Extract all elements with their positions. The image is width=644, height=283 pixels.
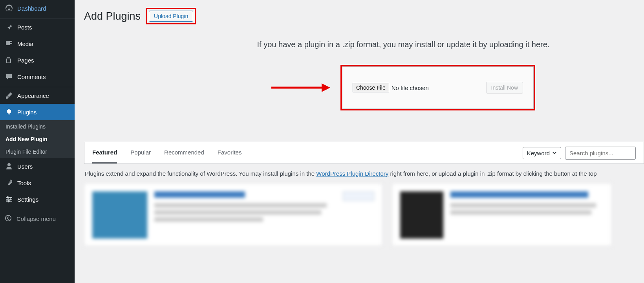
sidebar-label: Media bbox=[17, 40, 33, 47]
pin-icon bbox=[5, 23, 13, 31]
tab-favorites[interactable]: Favorites bbox=[218, 143, 242, 164]
plugin-action-button[interactable] bbox=[343, 191, 374, 201]
choose-file-button[interactable]: Choose File bbox=[353, 83, 389, 92]
plugin-cards-grid bbox=[84, 183, 644, 246]
sidebar-item-posts[interactable]: Posts bbox=[0, 19, 75, 35]
svg-rect-1 bbox=[6, 199, 12, 200]
chevron-down-icon bbox=[552, 151, 557, 155]
plugin-title-placeholder bbox=[154, 191, 245, 198]
page-title: Add Plugins bbox=[84, 10, 141, 22]
upload-panel-row: Choose File No file chosen Install Now bbox=[163, 65, 644, 110]
sidebar-item-appearance[interactable]: Appearance bbox=[0, 87, 75, 104]
svg-marker-8 bbox=[322, 83, 330, 92]
wrench-icon bbox=[5, 178, 13, 187]
svg-rect-4 bbox=[10, 198, 11, 200]
sidebar-item-users[interactable]: Users bbox=[0, 158, 75, 175]
upload-form: Choose File No file chosen Install Now bbox=[342, 66, 534, 109]
filter-tabs-bar: Featured Popular Recommended Favorites K… bbox=[84, 142, 644, 164]
brush-icon bbox=[5, 91, 13, 100]
main-content: Add Plugins Upload Plugin If you have a … bbox=[75, 0, 644, 283]
tab-recommended[interactable]: Recommended bbox=[164, 143, 204, 164]
tab-featured[interactable]: Featured bbox=[92, 143, 117, 164]
page-header: Add Plugins Upload Plugin bbox=[84, 8, 644, 24]
sidebar-label: Pages bbox=[17, 57, 34, 64]
svg-rect-3 bbox=[7, 196, 8, 198]
upload-instructions-text: If you have a plugin in a .zip format, y… bbox=[163, 40, 644, 49]
plugin-thumbnail bbox=[400, 191, 443, 239]
sidebar-item-dashboard[interactable]: Dashboard bbox=[0, 0, 75, 17]
sidebar-item-tools[interactable]: Tools bbox=[0, 175, 75, 191]
sidebar-subitem-installed-plugins[interactable]: Installed Plugins bbox=[0, 120, 75, 133]
sidebar-label: Posts bbox=[17, 24, 32, 31]
sidebar-item-comments[interactable]: Comments bbox=[0, 68, 75, 85]
plugin-card-body bbox=[154, 191, 336, 238]
search-controls: Keyword bbox=[523, 147, 636, 160]
plugin-card-body bbox=[450, 191, 604, 238]
file-input-group: Choose File No file chosen bbox=[353, 83, 429, 92]
sidebar-subitem-plugin-file-editor[interactable]: Plugin File Editor bbox=[0, 145, 75, 158]
svg-rect-5 bbox=[8, 200, 9, 202]
user-icon bbox=[5, 162, 13, 171]
sidebar-item-pages[interactable]: Pages bbox=[0, 52, 75, 68]
plug-icon bbox=[5, 108, 13, 116]
plugin-directory-link[interactable]: WordPress Plugin Directory bbox=[316, 170, 388, 177]
upload-plugin-button[interactable]: Upload Plugin bbox=[149, 11, 193, 22]
sidebar-label: Settings bbox=[17, 196, 38, 203]
media-icon bbox=[5, 39, 13, 48]
plugins-description-text: Plugins extend and expand the functional… bbox=[84, 164, 644, 183]
sidebar-subitem-add-new-plugin[interactable]: Add New Plugin bbox=[0, 133, 75, 145]
plugin-card[interactable] bbox=[392, 183, 612, 246]
admin-sidebar: Dashboard Posts Media Pages Comments App… bbox=[0, 0, 75, 283]
sidebar-label: Users bbox=[17, 163, 33, 170]
annotation-highlight-upload-button: Upload Plugin bbox=[146, 8, 196, 24]
sidebar-label: Tools bbox=[17, 180, 31, 186]
annotation-arrow-icon bbox=[271, 83, 330, 92]
sidebar-label: Plugins bbox=[17, 109, 37, 116]
sliders-icon bbox=[5, 195, 13, 204]
sidebar-item-plugins[interactable]: Plugins bbox=[0, 104, 75, 120]
search-plugins-input[interactable] bbox=[565, 147, 636, 160]
blurb-prefix: Plugins extend and expand the functional… bbox=[85, 170, 316, 177]
sidebar-item-media[interactable]: Media bbox=[0, 35, 75, 52]
gauge-icon bbox=[5, 4, 13, 13]
install-now-button[interactable]: Install Now bbox=[486, 82, 523, 94]
collapse-menu-button[interactable]: Collapse menu bbox=[0, 211, 75, 226]
sidebar-label: Dashboard bbox=[17, 5, 46, 12]
svg-rect-0 bbox=[6, 197, 12, 198]
sidebar-submenu-plugins: Installed Plugins Add New Plugin Plugin … bbox=[0, 120, 75, 158]
sidebar-item-settings[interactable]: Settings bbox=[0, 191, 75, 208]
tab-popular[interactable]: Popular bbox=[130, 143, 151, 164]
plugin-thumbnail bbox=[92, 191, 147, 239]
annotation-highlight-upload-box: Choose File No file chosen Install Now bbox=[340, 65, 535, 110]
chat-icon bbox=[5, 72, 13, 81]
search-type-label: Keyword bbox=[527, 150, 550, 156]
file-status-text: No file chosen bbox=[392, 85, 429, 91]
sidebar-label: Appearance bbox=[17, 92, 49, 99]
search-type-select[interactable]: Keyword bbox=[523, 147, 561, 159]
plugin-card[interactable] bbox=[84, 183, 382, 246]
plugin-title-placeholder bbox=[450, 191, 588, 198]
collapse-icon bbox=[5, 215, 13, 222]
sidebar-label: Comments bbox=[17, 74, 46, 80]
collapse-label: Collapse menu bbox=[16, 215, 56, 222]
blurb-suffix: right from here, or upload a plugin in .… bbox=[388, 170, 596, 177]
svg-point-6 bbox=[5, 215, 11, 221]
copy-icon bbox=[5, 56, 13, 64]
